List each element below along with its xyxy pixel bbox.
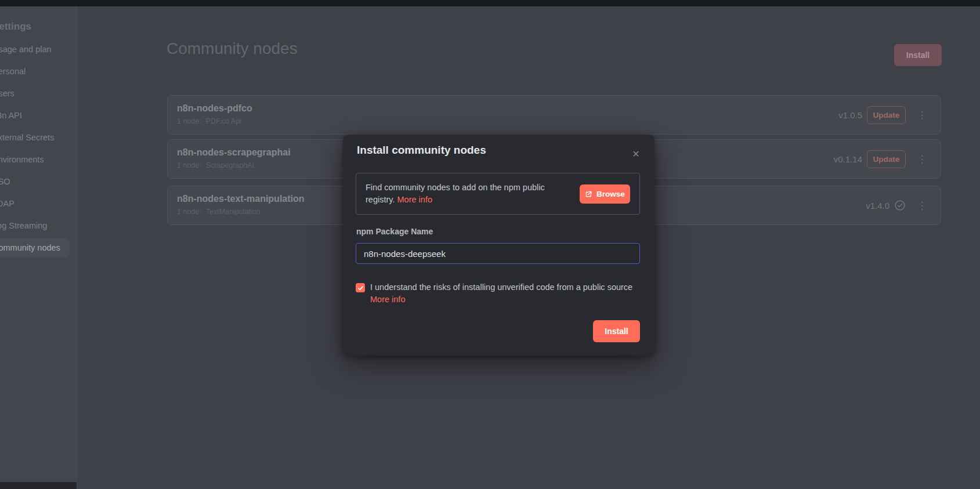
browse-button-label: Browse <box>596 190 625 198</box>
package-version: v1.4.0 <box>866 201 889 211</box>
sidebar-item-users[interactable]: Users <box>0 84 70 103</box>
risk-more-info-link[interactable]: More info <box>370 295 405 304</box>
npm-registry-info-text: Find community nodes to add on the npm p… <box>366 182 572 206</box>
package-actions: v0.1.14 Update ⋮ <box>834 140 929 178</box>
kebab-menu-icon[interactable]: ⋮ <box>915 200 929 212</box>
sidebar-item-external-secrets[interactable]: External Secrets <box>0 128 70 147</box>
package-node-names: PDF.co Api <box>206 117 241 125</box>
package-name: n8n-nodes-scrapegraphai <box>177 147 291 158</box>
kebab-menu-icon[interactable]: ⋮ <box>915 109 929 121</box>
package-nodes: 1 node:ScrapegraphAI <box>177 161 254 169</box>
package-node-names: TextManipulation <box>206 208 261 216</box>
package-node-count: 1 node: <box>177 208 201 216</box>
risk-text: I understand the risks of installing unv… <box>370 281 632 306</box>
package-actions: v1.0.5 Update ⋮ <box>838 96 929 134</box>
package-name: n8n-nodes-pdfco <box>177 103 252 114</box>
modal-title: Install community nodes <box>357 144 486 157</box>
risk-checkbox[interactable] <box>356 283 365 292</box>
update-package-button[interactable]: Update <box>867 150 906 168</box>
sidebar-item-community-nodes[interactable]: Community nodes <box>0 238 70 258</box>
app-window: Settings Usage and plan Personal Users n… <box>0 0 980 489</box>
npm-package-name-input[interactable] <box>356 243 640 264</box>
risk-statement: I understand the risks of installing unv… <box>370 281 632 294</box>
package-actions: v1.4.0 ⋮ <box>866 186 929 224</box>
npm-registry-info-box: Find community nodes to add on the npm p… <box>356 173 640 215</box>
modal-install-button[interactable]: Install <box>593 320 640 342</box>
sidebar-item-environments[interactable]: Environments <box>0 150 70 169</box>
package-nodes: 1 node:TextManipulation <box>177 208 261 216</box>
close-icon[interactable]: ✕ <box>629 147 643 161</box>
install-community-node-button[interactable]: Install <box>894 44 942 66</box>
top-chrome-strip <box>0 0 980 6</box>
sidebar-item-usage-and-plan[interactable]: Usage and plan <box>0 40 70 59</box>
sidebar-menu: Usage and plan Personal Users n8n API Ex… <box>0 40 77 258</box>
sidebar-title: Settings <box>0 21 77 32</box>
package-name: n8n-nodes-text-manipulation <box>177 194 305 204</box>
sidebar-item-n8n-api[interactable]: n8n API <box>0 106 70 125</box>
package-node-count: 1 node: <box>177 161 201 169</box>
kebab-menu-icon[interactable]: ⋮ <box>915 153 929 165</box>
up-to-date-check-icon <box>894 200 906 211</box>
browse-button[interactable]: Browse <box>580 184 630 204</box>
risk-acknowledgement-row: I understand the risks of installing unv… <box>356 281 654 306</box>
sidebar-item-ldap[interactable]: LDAP <box>0 194 70 213</box>
sidebar-item-personal[interactable]: Personal <box>0 62 70 81</box>
package-node-names: ScrapegraphAI <box>206 161 254 169</box>
update-package-button[interactable]: Update <box>867 106 906 124</box>
external-link-icon <box>585 190 592 198</box>
package-node-count: 1 node: <box>177 117 201 125</box>
info-text: Find community nodes to add on the npm p… <box>366 183 545 204</box>
settings-sidebar: Settings Usage and plan Personal Users n… <box>0 6 77 489</box>
sidebar-item-sso[interactable]: SSO <box>0 172 70 191</box>
package-nodes: 1 node:PDF.co Api <box>177 117 241 125</box>
package-card-pdfco: n8n-nodes-pdfco 1 node:PDF.co Api v1.0.5… <box>167 95 941 135</box>
npm-package-name-label: npm Package Name <box>356 227 433 236</box>
sidebar-item-log-streaming[interactable]: Log Streaming <box>0 216 70 236</box>
package-version: v0.1.14 <box>834 154 862 164</box>
more-info-link[interactable]: More info <box>397 195 432 204</box>
page-title: Community nodes <box>167 39 298 58</box>
sidebar-bottom-strip <box>0 482 77 489</box>
package-version: v1.0.5 <box>838 110 862 120</box>
install-community-nodes-modal: Install community nodes ✕ Find community… <box>343 135 654 356</box>
